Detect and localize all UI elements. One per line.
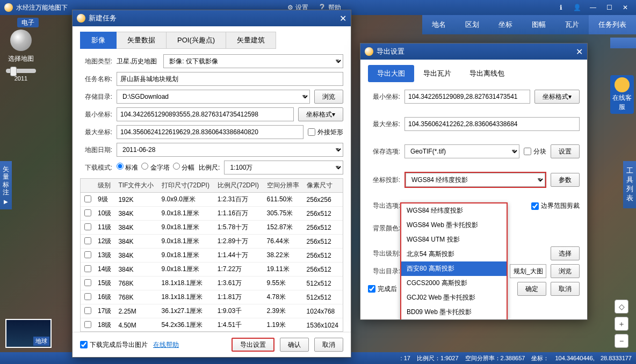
col-header[interactable]: 比例尺(72DPI) — [214, 179, 264, 193]
confirm-button[interactable]: 确认 — [280, 338, 309, 352]
tab-bigimg[interactable]: 导出大图 — [368, 65, 414, 82]
done-check[interactable]: 完成后 — [368, 285, 397, 294]
zoom-out-button[interactable]: − — [615, 334, 628, 348]
export-settings-button[interactable]: 导出设置 — [232, 338, 274, 352]
overview-thumbnail[interactable]: 地球 — [5, 319, 52, 348]
row-check[interactable] — [81, 207, 95, 221]
globe-icon[interactable] — [10, 30, 32, 51]
table-row[interactable]: 17级2.25M36.1x27.1厘米1:9.03千2.39米1024x768 — [81, 304, 343, 318]
tab-poi[interactable]: POI(兴趣点) — [167, 32, 226, 49]
elec-button[interactable]: 电子 — [17, 18, 39, 27]
time-slider[interactable] — [6, 69, 36, 73]
dir-tail-input[interactable] — [510, 264, 546, 278]
row-check[interactable] — [81, 276, 95, 290]
row-check[interactable] — [81, 304, 95, 318]
col-header[interactable]: 空间分辨率 — [264, 179, 303, 193]
tab-tile[interactable]: 瓦片 — [555, 15, 589, 34]
table-row[interactable]: 9级192K9.0x9.0厘米1:2.31百万611.50米256x256 — [81, 193, 343, 207]
info-icon[interactable]: ℹ — [554, 4, 567, 11]
coordfmt-button[interactable]: 坐标格式▾ — [298, 107, 343, 121]
cancel-button[interactable]: 取消 — [314, 338, 343, 352]
row-check[interactable] — [81, 318, 95, 332]
dialog-close-button[interactable]: ✕ — [339, 13, 346, 24]
tab-region[interactable]: 区划 — [456, 15, 489, 34]
min-coord-input2[interactable] — [404, 90, 530, 104]
table-row[interactable]: 16级768K18.1x18.1厘米1:1.81万4.78米512x512 — [81, 290, 343, 304]
proj-option[interactable]: GCJ02 Web 墨卡托投影 — [401, 290, 507, 305]
table-row[interactable]: 15级768K18.1x18.1厘米1:3.61万9.55米512x512 — [81, 276, 343, 290]
coordfmt-button2[interactable]: 坐标格式▾ — [534, 90, 580, 104]
tab-building[interactable]: 矢量建筑 — [226, 32, 276, 49]
tab-tasklist[interactable]: 任务列表 — [589, 15, 636, 34]
tab-sheet[interactable]: 图幅 — [522, 15, 555, 34]
row-check[interactable] — [81, 263, 95, 276]
toolbox-tab[interactable]: 工具列表 — [623, 161, 636, 208]
user-icon[interactable]: 👤 — [570, 4, 583, 11]
row-check[interactable] — [81, 221, 95, 235]
table-row[interactable]: 13级384K9.0x18.1厘米1:1.44十万38.22米256x512 — [81, 249, 343, 263]
close-button[interactable]: ✕ — [619, 4, 632, 11]
browse-button[interactable]: 浏览 — [314, 90, 343, 104]
fullscreen-button[interactable]: ◇ — [615, 300, 628, 314]
browse-button2[interactable]: 浏览 — [551, 264, 580, 278]
maximize-button[interactable]: ☐ — [603, 4, 616, 11]
scale-select[interactable]: 1:100万 — [224, 161, 343, 174]
row-check[interactable] — [81, 249, 95, 263]
table-row[interactable]: 14级384K9.0x18.1厘米1:7.22万19.11米256x512 — [81, 263, 343, 276]
proj-option[interactable]: 西安80 高斯投影 — [401, 261, 507, 276]
settings-button2[interactable]: 设置 — [551, 144, 580, 158]
tab-place[interactable]: 地名 — [422, 15, 456, 34]
tab-vector[interactable]: 矢量数据 — [117, 32, 167, 49]
col-header[interactable]: 级别 — [95, 179, 115, 193]
table-row[interactable]: 18级4.50M54.2x36.1厘米1:4.51千1.19米1536x1024 — [81, 318, 343, 332]
taskname-input[interactable] — [117, 72, 343, 86]
bbox-check[interactable]: 外接矩形 — [308, 128, 343, 137]
tab-tiles[interactable]: 导出瓦片 — [414, 65, 460, 82]
save-format-select[interactable]: GeoTIF(*.tif) — [404, 144, 519, 158]
mode-std[interactable]: 标准 — [117, 163, 138, 172]
projection-select[interactable]: WGS84 经纬度投影 — [406, 173, 545, 187]
table-row[interactable]: 12级384K9.0x18.1厘米1:2.89十万76.44米256x512 — [81, 235, 343, 249]
col-header[interactable]: 像素尺寸 — [303, 179, 343, 193]
proj-option[interactable]: WGS84 Web 墨卡托投影 — [401, 218, 507, 232]
cancel-button2[interactable]: 取消 — [551, 282, 580, 296]
param-button[interactable]: 参数 — [551, 173, 580, 187]
tasklist-flyout[interactable] — [610, 38, 636, 48]
tab-offline[interactable]: 导出离线包 — [460, 65, 514, 82]
dialog-close-button[interactable]: ✕ — [576, 47, 583, 57]
col-header[interactable]: 打印尺寸(72DPI) — [158, 179, 214, 193]
proj-option[interactable]: WGS84 经纬度投影 — [401, 203, 507, 218]
ok-button[interactable]: 确定 — [517, 282, 546, 296]
choose-level-button[interactable]: 选择 — [551, 246, 580, 260]
mode-pyr[interactable]: 金字塔 — [141, 163, 169, 172]
tab-coord[interactable]: 坐标 — [489, 15, 522, 34]
projection-dropdown[interactable]: WGS84 经纬度投影WGS84 Web 墨卡托投影WGS84 UTM 投影北京… — [400, 202, 508, 319]
block-check[interactable]: 分块 — [524, 147, 546, 156]
table-row[interactable]: 11级384K9.0x18.1厘米1:5.78十万152.87米256x512 — [81, 221, 343, 235]
export-after-check[interactable]: 下载完成后导出图片 — [80, 340, 148, 350]
table-row[interactable]: 10级384K9.0x18.1厘米1:1.16百万305.75米256x512 — [81, 207, 343, 221]
row-check[interactable] — [81, 290, 95, 304]
row-check[interactable] — [81, 235, 95, 249]
mode-split[interactable]: 分幅 — [173, 163, 194, 172]
clip-check[interactable]: 边界范围剪裁 — [531, 201, 580, 210]
imgtype-select[interactable]: 影像: 仅下载影像 — [163, 54, 343, 68]
min-coord-input[interactable] — [117, 107, 294, 121]
col-header[interactable] — [81, 179, 95, 193]
row-check[interactable] — [81, 193, 95, 207]
col-header[interactable]: TIF文件大小 — [115, 179, 158, 193]
levels-table[interactable]: 级别TIF文件大小打印尺寸(72DPI)比例尺(72DPI)空间分辨率像素尺寸 … — [80, 178, 343, 332]
max-coord-input2[interactable] — [404, 117, 580, 131]
tab-image[interactable]: 影像 — [80, 32, 117, 49]
proj-option[interactable]: WGS84 UTM 投影 — [401, 232, 507, 247]
proj-option[interactable]: CGCS2000 高斯投影 — [401, 276, 507, 290]
proj-option[interactable]: BD09 Web 墨卡托投影 — [401, 305, 507, 319]
proj-option[interactable]: 北京54 高斯投影 — [401, 247, 507, 261]
max-coord-input[interactable] — [117, 125, 303, 139]
zoom-in-button[interactable]: ＋ — [615, 317, 628, 331]
online-service[interactable]: 在线客服 — [610, 75, 634, 114]
online-help-link[interactable]: 在线帮助 — [153, 340, 179, 350]
date-select[interactable]: 2011-06-28 — [117, 143, 343, 157]
select-map-label[interactable]: 选择地图 — [8, 54, 34, 63]
minimize-button[interactable]: — — [587, 4, 599, 11]
